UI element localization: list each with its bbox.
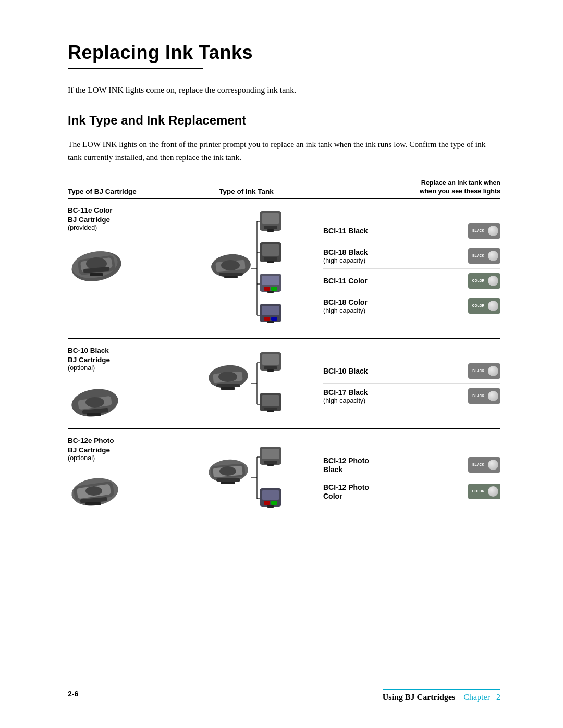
- light-bci18-color: COLOR: [468, 298, 500, 314]
- footer-section-name: Using BJ Cartridges: [383, 693, 456, 701]
- ink-entry-bci11-black: BCI-11 Black BLACK: [323, 219, 500, 243]
- svg-rect-54: [262, 354, 279, 365]
- cartridge-name-bc11e-line1: BC-11e Color: [68, 206, 169, 215]
- svg-rect-30: [271, 287, 277, 291]
- svg-point-70: [219, 466, 236, 476]
- svg-rect-83: [264, 501, 270, 505]
- svg-rect-72: [221, 482, 235, 484]
- page: Replacing Ink Tanks If the LOW INK light…: [0, 0, 563, 728]
- svg-rect-35: [271, 317, 277, 321]
- svg-rect-24: [262, 244, 279, 256]
- cartridge-svg-bc11e: [68, 238, 125, 282]
- light-bci11-black: BLACK: [468, 223, 500, 239]
- svg-rect-56: [267, 369, 274, 372]
- svg-rect-20: [262, 213, 279, 224]
- svg-rect-80: [267, 464, 274, 466]
- svg-rect-59: [264, 408, 277, 410]
- svg-rect-78: [262, 449, 279, 459]
- footer-divider-container: [383, 689, 500, 690]
- cartridge-image-bc11e: [68, 238, 169, 283]
- cartridge-image-bc12e: [68, 468, 169, 511]
- ink-entry-bci18-color: BCI-18 Color (high capacity) COLOR: [323, 293, 500, 318]
- cartridge-svg-bc12e: [68, 468, 125, 510]
- light-bci18-black: BLACK: [468, 248, 500, 264]
- ink-entry-bci12-photo-color: BCI-12 Photo Color COLOR: [323, 478, 500, 504]
- svg-rect-47: [216, 384, 240, 387]
- svg-rect-31: [267, 291, 274, 293]
- ink-entries-bc11e: BCI-11 Black BLACK BCI-18 Black (high ca…: [323, 206, 500, 331]
- svg-rect-60: [267, 410, 274, 412]
- section-bc11e: BC-11e Color BJ Cartridge (provided): [68, 199, 500, 339]
- diagram-bc12e: [169, 436, 323, 520]
- section-bc10: BC-10 Black BJ Cartridge (optional): [68, 339, 500, 429]
- svg-rect-29: [264, 287, 270, 291]
- svg-rect-58: [262, 395, 279, 406]
- cartridge-name-bc10-line2: BJ Cartridge: [68, 355, 169, 365]
- section-title: Ink Type and Ink Replacement: [68, 113, 500, 128]
- section-bc12e: BC-12e Photo BJ Cartridge (optional): [68, 429, 500, 527]
- cartridge-name-bc10-line1: BC-10 Black: [68, 346, 169, 355]
- body-paragraph: The LOW INK lights on the front of the p…: [68, 138, 500, 164]
- light-bci12-photo-color: COLOR: [468, 484, 500, 499]
- svg-rect-26: [267, 261, 274, 263]
- svg-rect-79: [264, 461, 277, 464]
- cartridge-svg-bc10: [68, 378, 125, 419]
- svg-point-10: [221, 260, 240, 270]
- ink-entry-bci18-black: BCI-18 Black (high capacity) BLACK: [323, 243, 500, 269]
- svg-rect-42: [87, 413, 101, 416]
- cartridge-info-bc11e: BC-11e Color BJ Cartridge (provided): [68, 206, 169, 331]
- cartridge-image-bc10: [68, 378, 169, 421]
- column-headers: Type of BJ Cartridge Type of Ink Tank Re…: [68, 179, 500, 199]
- svg-rect-25: [264, 257, 277, 261]
- svg-point-46: [218, 372, 237, 382]
- svg-point-64: [85, 486, 102, 496]
- ink-entry-bci10-black: BCI-10 Black BLACK: [323, 359, 500, 384]
- title-rule: [68, 68, 203, 69]
- col-header-ink: Type of Ink Tank: [169, 188, 323, 195]
- svg-rect-11: [219, 273, 243, 276]
- light-bci12-photo-black: BLACK: [468, 457, 500, 473]
- svg-rect-85: [267, 505, 274, 508]
- ink-entries-bc12e: BCI-12 Photo Black BLACK BCI-12 Photo Co…: [323, 436, 500, 520]
- footer-page-number: 2-6: [68, 689, 78, 698]
- svg-rect-6: [90, 273, 103, 276]
- cartridge-name-bc12e-line1: BC-12e Photo: [68, 436, 169, 446]
- cartridge-note-bc11e: (provided): [68, 224, 169, 231]
- cartridge-note-bc10: (optional): [68, 364, 169, 372]
- svg-rect-36: [267, 321, 274, 323]
- svg-rect-82: [262, 490, 279, 500]
- diagram-svg-bc10: [205, 347, 288, 420]
- svg-rect-48: [221, 387, 235, 390]
- cartridge-note-bc12e: (optional): [68, 454, 169, 462]
- light-bci11-color: COLOR: [468, 273, 500, 289]
- light-bci17-black: BLACK: [468, 388, 500, 404]
- footer-chapter-num: 2: [496, 693, 500, 701]
- svg-point-40: [85, 397, 104, 408]
- footer-right: Using BJ Cartridges Chapter 2: [383, 689, 500, 702]
- svg-rect-33: [262, 306, 279, 315]
- diagram-bc10: [169, 346, 323, 421]
- cartridge-name-bc12e-line2: BJ Cartridge: [68, 446, 169, 455]
- svg-rect-22: [267, 229, 274, 232]
- svg-rect-71: [216, 478, 240, 482]
- page-footer: 2-6 Using BJ Cartridges Chapter 2: [0, 689, 563, 702]
- svg-rect-12: [224, 276, 238, 278]
- col-header-cartridge: Type of BJ Cartridge: [68, 188, 169, 195]
- footer-chapter-label: Chapter: [463, 693, 490, 701]
- ink-entries-bc10: BCI-10 Black BLACK BCI-17 Black (high ca…: [323, 346, 500, 421]
- svg-rect-28: [262, 276, 279, 285]
- svg-rect-66: [85, 502, 101, 505]
- ink-entry-bci12-photo-black: BCI-12 Photo Black BLACK: [323, 452, 500, 478]
- cartridge-name-bc11e-line2: BJ Cartridge: [68, 215, 169, 225]
- cartridge-info-bc12e: BC-12e Photo BJ Cartridge (optional): [68, 436, 169, 520]
- diagram-svg-bc12e: [205, 436, 288, 520]
- col-header-lights: Replace an ink tank when when you see th…: [323, 179, 500, 196]
- ink-entry-bci17-black: BCI-17 Black (high capacity) BLACK: [323, 384, 500, 409]
- svg-rect-55: [264, 366, 277, 369]
- page-title: Replacing Ink Tanks: [68, 42, 500, 64]
- svg-rect-84: [271, 501, 277, 505]
- ink-entry-bci11-color: BCI-11 Color COLOR: [323, 269, 500, 293]
- diagram-bc11e: [169, 206, 323, 331]
- diagram-svg-bc11e: [205, 206, 288, 331]
- cartridge-info-bc10: BC-10 Black BJ Cartridge (optional): [68, 346, 169, 421]
